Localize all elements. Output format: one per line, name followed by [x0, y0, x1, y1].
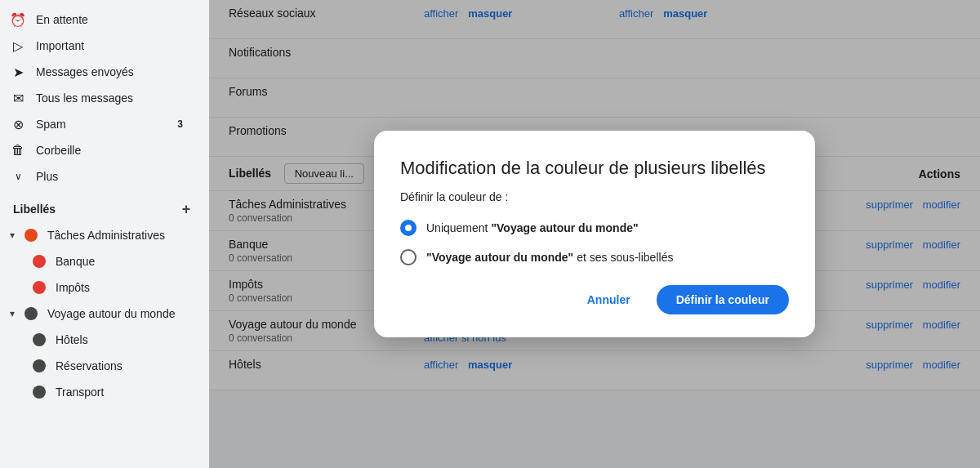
sidebar-item-taches-admin[interactable]: ▾ Tâches Administratives: [0, 222, 196, 248]
radio-circle-2: [400, 249, 416, 265]
label-color-dot: [33, 255, 46, 268]
sidebar-item-label: Spam: [36, 118, 66, 131]
radio-option-1[interactable]: Uniquement "Voyage autour du monde": [400, 220, 789, 236]
sidebar-item-label: Plus: [36, 170, 58, 183]
trash-icon: 🗑: [10, 142, 26, 158]
add-label-button[interactable]: +: [176, 199, 196, 219]
sent-icon: ➤: [10, 64, 26, 80]
sidebar-item-corbeille[interactable]: 🗑 Corbeille: [0, 137, 196, 163]
label-color-dot: [24, 307, 38, 320]
sidebar-item-transport[interactable]: Transport: [0, 379, 196, 405]
radio-option-2[interactable]: "Voyage autour du monde" et ses sous-lib…: [400, 249, 789, 265]
spam-icon: ⊗: [10, 116, 26, 132]
label-color-dot: [33, 333, 46, 346]
sidebar-item-label: Hôtels: [56, 333, 88, 346]
labels-section-title: Libellés: [13, 203, 56, 216]
main-content: Réseaux sociaux afficher masquer affiche…: [209, 0, 980, 468]
sidebar-item-label: Corbeille: [36, 144, 81, 157]
sidebar: ⏰ En attente ▷ Important ➤ Messages envo…: [0, 0, 209, 468]
sidebar-item-label: Tous les messages: [36, 91, 133, 105]
sidebar-item-hotels[interactable]: Hôtels: [0, 327, 196, 353]
dialog-overlay: Modification de la couleur de plusieurs …: [209, 0, 980, 468]
label-color-dot: [33, 359, 46, 372]
sidebar-item-voyage[interactable]: ▾ Voyage autour du monde: [0, 301, 196, 327]
sidebar-item-reservations[interactable]: Réservations: [0, 353, 196, 379]
radio-label-2: "Voyage autour du monde" et ses sous-lib…: [426, 251, 673, 264]
chevron-icon: ▾: [10, 230, 15, 241]
dialog-subtitle: Définir la couleur de :: [400, 190, 789, 203]
chevron-icon: ▾: [10, 308, 15, 319]
confirm-button[interactable]: Définir la couleur: [657, 285, 789, 314]
all-mail-icon: ✉: [10, 90, 26, 106]
sidebar-item-impots[interactable]: Impôts: [0, 274, 196, 301]
sidebar-item-label: Important: [36, 39, 84, 52]
sidebar-item-label: Transport: [56, 386, 104, 399]
sidebar-item-label: En attente: [36, 13, 88, 26]
sidebar-item-plus[interactable]: ∨ Plus: [0, 163, 196, 189]
radio-label-1: Uniquement "Voyage autour du monde": [426, 221, 639, 234]
sidebar-item-label: Banque: [56, 255, 95, 268]
color-dialog: Modification de la couleur de plusieurs …: [374, 131, 815, 337]
spam-badge: 3: [177, 118, 183, 130]
label-color-dot: [33, 386, 46, 399]
sidebar-item-label: Messages envoyés: [36, 65, 134, 78]
clock-icon: ⏰: [10, 11, 26, 28]
label-color-dot: [33, 281, 46, 294]
sidebar-item-label: Réservations: [56, 359, 122, 372]
radio-circle-1: [400, 220, 416, 236]
cancel-button[interactable]: Annuler: [574, 287, 644, 313]
sidebar-item-tous-messages[interactable]: ✉ Tous les messages: [0, 85, 196, 111]
sidebar-item-label: Tâches Administratives: [47, 229, 165, 242]
dialog-title: Modification de la couleur de plusieurs …: [400, 157, 789, 181]
sidebar-item-banque[interactable]: Banque: [0, 248, 196, 274]
sidebar-item-messages-envoyes[interactable]: ➤ Messages envoyés: [0, 59, 196, 85]
sidebar-item-label: Impôts: [56, 281, 90, 294]
sidebar-item-spam[interactable]: ⊗ Spam 3: [0, 111, 196, 137]
dialog-actions: Annuler Définir la couleur: [400, 285, 789, 314]
labels-section: Libellés +: [0, 189, 209, 222]
sidebar-item-important[interactable]: ▷ Important: [0, 33, 196, 59]
expand-icon: ∨: [10, 168, 26, 185]
important-icon: ▷: [10, 38, 26, 54]
label-color-dot: [24, 229, 38, 242]
sidebar-item-en-attente[interactable]: ⏰ En attente: [0, 7, 196, 33]
sidebar-item-label: Voyage autour du monde: [47, 307, 175, 320]
